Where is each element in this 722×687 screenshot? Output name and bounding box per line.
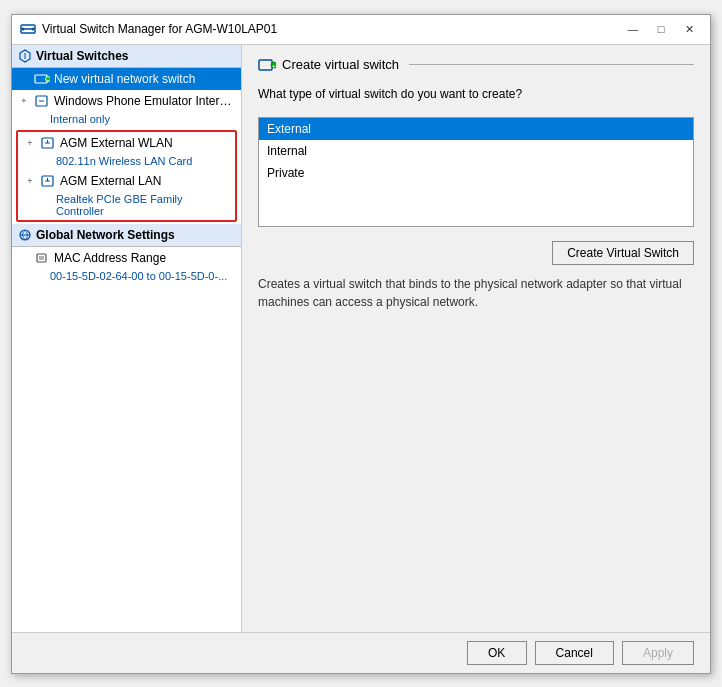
switch-type-question: What type of virtual switch do you want … (258, 87, 694, 101)
expand-new-virtual (18, 73, 30, 85)
title-bar: Virtual Switch Manager for AGM-W10LAP01 … (12, 15, 710, 45)
mac-range-icon (34, 250, 50, 266)
mac-range-label: MAC Address Range (54, 251, 235, 265)
svg-rect-18 (37, 254, 46, 262)
global-network-label: Global Network Settings (36, 228, 175, 242)
agm-wlan-label: AGM External WLAN (60, 136, 229, 150)
title-bar-left: Virtual Switch Manager for AGM-W10LAP01 (20, 21, 277, 37)
create-btn-row: Create Virtual Switch (258, 241, 694, 265)
virtual-switches-label: Virtual Switches (36, 49, 128, 63)
svg-point-2 (22, 28, 25, 31)
tree-item-mac-range: MAC Address Range 00-15-5D-02-64-00 to 0… (12, 247, 241, 285)
svg-point-3 (32, 28, 35, 31)
bottom-bar: OK Cancel Apply (12, 632, 710, 673)
window-title: Virtual Switch Manager for AGM-W10LAP01 (42, 22, 277, 36)
cancel-button[interactable]: Cancel (535, 641, 614, 665)
windows-phone-icon (34, 93, 50, 109)
virtual-switches-icon (18, 49, 32, 63)
tree-item-agm-wlan: + AGM External WLAN 802.11n Wireless LAN… (18, 132, 235, 170)
highlighted-switches-group: + AGM External WLAN 802.11n Wireless LAN… (16, 130, 237, 222)
agm-lan-label: AGM External LAN (60, 174, 229, 188)
global-network-header: Global Network Settings (12, 224, 241, 247)
mac-range-sublabel: 00-15-5D-02-64-00 to 00-15-5D-0-... (12, 269, 241, 285)
tree-item-agm-lan: + AGM External LAN Realtek PCIe GBE Fami… (18, 170, 235, 220)
windows-phone-item[interactable]: + Windows Phone Emulator Internal ... (12, 90, 241, 112)
svg-rect-21 (259, 60, 272, 70)
expand-agm-wlan[interactable]: + (24, 137, 36, 149)
expand-agm-lan[interactable]: + (24, 175, 36, 187)
svg-text:+: + (47, 76, 50, 82)
agm-lan-icon (40, 173, 56, 189)
minimize-button[interactable]: — (620, 19, 646, 39)
switch-type-external[interactable]: External (259, 118, 693, 140)
agm-lan-item[interactable]: + AGM External LAN (18, 170, 235, 192)
virtual-switches-header: Virtual Switches (12, 45, 241, 68)
windows-phone-sublabel: Internal only (12, 112, 241, 128)
panel-section-title: + Create virtual switch (258, 57, 694, 73)
agm-wlan-sublabel: 802.11n Wireless LAN Card (18, 154, 235, 170)
switch-type-list[interactable]: External Internal Private (258, 117, 694, 227)
title-controls: — □ ✕ (620, 19, 702, 39)
app-icon (20, 21, 36, 37)
tree-item-windows-phone: + Windows Phone Emulator Internal ... In… (12, 90, 241, 128)
create-virtual-switch-button[interactable]: Create Virtual Switch (552, 241, 694, 265)
apply-button[interactable]: Apply (622, 641, 694, 665)
new-switch-icon: + (34, 71, 50, 87)
maximize-button[interactable]: □ (648, 19, 674, 39)
switch-type-internal[interactable]: Internal (259, 140, 693, 162)
windows-phone-label: Windows Phone Emulator Internal ... (54, 94, 235, 108)
ok-button[interactable]: OK (467, 641, 527, 665)
agm-wlan-icon (40, 135, 56, 151)
svg-text:+: + (272, 63, 276, 69)
switch-type-private[interactable]: Private (259, 162, 693, 184)
close-button[interactable]: ✕ (676, 19, 702, 39)
new-virtual-switch-item[interactable]: + New virtual network switch (12, 68, 241, 90)
expand-mac-range (18, 252, 30, 264)
agm-wlan-item[interactable]: + AGM External WLAN (18, 132, 235, 154)
new-virtual-label: New virtual network switch (54, 72, 235, 86)
expand-windows-phone[interactable]: + (18, 95, 30, 107)
global-network-icon (18, 228, 32, 242)
section-divider (409, 64, 694, 65)
agm-lan-sublabel: Realtek PCIe GBE Family Controller (18, 192, 235, 220)
create-switch-title: Create virtual switch (282, 57, 399, 72)
right-panel: + Create virtual switch What type of vir… (242, 45, 710, 632)
spacer (258, 321, 694, 620)
mac-range-item[interactable]: MAC Address Range (12, 247, 241, 269)
virtual-switch-manager-window: Virtual Switch Manager for AGM-W10LAP01 … (11, 14, 711, 674)
main-content: Virtual Switches + New virtual network s… (12, 45, 710, 632)
tree-item-new-virtual: + New virtual network switch (12, 68, 241, 90)
switch-description: Creates a virtual switch that binds to t… (258, 275, 694, 311)
create-switch-icon: + (258, 57, 276, 73)
left-panel: Virtual Switches + New virtual network s… (12, 45, 242, 632)
